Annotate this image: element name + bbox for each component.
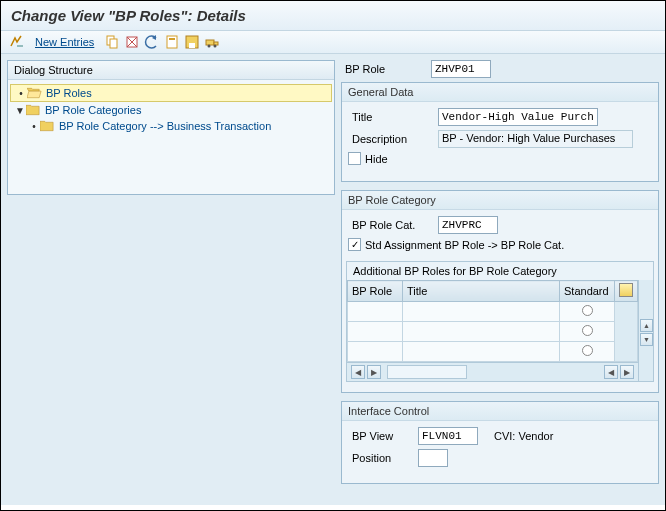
vertical-scrollbar: ▲ ▼: [638, 280, 653, 381]
svg-rect-8: [214, 42, 218, 45]
expand-icon[interactable]: ▼: [14, 105, 26, 116]
select-icon[interactable]: [164, 34, 180, 50]
hide-label: Hide: [365, 153, 388, 165]
bp-view-input[interactable]: [418, 427, 478, 445]
scroll-left-icon[interactable]: ◀: [351, 365, 365, 379]
toolbar: New Entries: [1, 31, 665, 54]
tree-item-bp-role-cat-trans[interactable]: • BP Role Category --> Business Transact…: [10, 118, 332, 134]
dialog-structure: Dialog Structure • BP Roles ▼ BP Role Ca…: [7, 60, 335, 195]
bp-role-input[interactable]: [431, 60, 491, 78]
dialog-header: Dialog Structure: [8, 61, 334, 80]
folder-open-icon: [27, 87, 42, 99]
standard-radio[interactable]: [582, 325, 593, 336]
svg-rect-4: [169, 38, 175, 40]
title-label: Title: [348, 111, 438, 123]
svg-point-10: [214, 45, 217, 48]
tree-label: BP Role Category --> Business Transactio…: [59, 120, 271, 132]
bullet-icon: •: [28, 121, 40, 132]
horizontal-scrollbar: ◀ ▶ ◀ ▶: [347, 362, 638, 381]
col-title[interactable]: Title: [403, 281, 560, 302]
title-bar: Change View "BP Roles": Details: [1, 1, 665, 31]
svg-rect-3: [167, 36, 177, 48]
svg-point-9: [208, 45, 211, 48]
table-row[interactable]: [348, 342, 638, 362]
bp-role-row: BP Role: [341, 60, 659, 78]
general-data-panel: General Data Title Description BP - Vend…: [341, 82, 659, 182]
std-assignment-label: Std Assignment BP Role -> BP Role Cat.: [365, 239, 564, 251]
bp-role-label: BP Role: [341, 63, 431, 75]
transport-icon[interactable]: [204, 34, 220, 50]
position-label: Position: [348, 452, 418, 464]
right-pane: BP Role General Data Title Description B…: [341, 54, 665, 505]
std-assignment-checkbox[interactable]: [348, 238, 361, 251]
description-value: BP - Vendor: High Value Purchases: [438, 130, 633, 148]
page-title: Change View "BP Roles": Details: [11, 7, 655, 24]
save-icon[interactable]: [184, 34, 200, 50]
new-entries-button[interactable]: New Entries: [35, 36, 94, 48]
scroll-down-icon[interactable]: ▼: [640, 333, 653, 346]
interface-control-panel: Interface Control BP View CVI: Vendor Po…: [341, 401, 659, 484]
scroll-right-icon[interactable]: ▶: [367, 365, 381, 379]
additional-roles-header: Additional BP Roles for BP Role Category: [347, 262, 653, 280]
standard-radio[interactable]: [582, 305, 593, 316]
tree-item-bp-roles[interactable]: • BP Roles: [10, 84, 332, 102]
col-bp-role[interactable]: BP Role: [348, 281, 403, 302]
hide-checkbox[interactable]: [348, 152, 361, 165]
col-config[interactable]: [615, 281, 638, 302]
scroll-up-icon[interactable]: ▲: [640, 319, 653, 332]
title-input[interactable]: [438, 108, 598, 126]
delete-icon[interactable]: [124, 34, 140, 50]
folder-icon: [40, 120, 55, 132]
bp-role-category-panel: BP Role Category BP Role Cat. Std Assign…: [341, 190, 659, 393]
bp-view-label: BP View: [348, 430, 418, 442]
scroll-right-icon[interactable]: ▶: [620, 365, 634, 379]
additional-roles-table: BP Role Title Standard: [347, 280, 638, 362]
svg-rect-1: [110, 39, 117, 48]
description-label: Description: [348, 133, 438, 145]
table-row[interactable]: [348, 322, 638, 342]
scroll-track[interactable]: [387, 365, 467, 379]
bp-role-category-header: BP Role Category: [342, 191, 658, 210]
scroll-left-icon[interactable]: ◀: [604, 365, 618, 379]
tree-label: BP Role Categories: [45, 104, 141, 116]
bp-view-text: CVI: Vendor: [494, 430, 553, 442]
col-standard[interactable]: Standard: [560, 281, 615, 302]
tree-label: BP Roles: [46, 87, 92, 99]
copy-icon[interactable]: [104, 34, 120, 50]
position-input[interactable]: [418, 449, 448, 467]
additional-roles-panel: Additional BP Roles for BP Role Category…: [346, 261, 654, 382]
tree-item-bp-role-categories[interactable]: ▼ BP Role Categories: [10, 102, 332, 118]
left-pane: Dialog Structure • BP Roles ▼ BP Role Ca…: [1, 54, 341, 505]
bullet-icon: •: [15, 88, 27, 99]
undo-icon[interactable]: [144, 34, 160, 50]
svg-rect-7: [206, 40, 214, 45]
content-area: Dialog Structure • BP Roles ▼ BP Role Ca…: [1, 54, 665, 505]
interface-control-header: Interface Control: [342, 402, 658, 421]
bp-role-cat-input[interactable]: [438, 216, 498, 234]
general-data-header: General Data: [342, 83, 658, 102]
svg-rect-6: [189, 43, 195, 48]
table-row[interactable]: [348, 302, 638, 322]
bp-role-cat-label: BP Role Cat.: [348, 219, 438, 231]
standard-radio[interactable]: [582, 345, 593, 356]
folder-icon: [26, 104, 41, 116]
table-settings-icon[interactable]: [619, 283, 633, 297]
tree: • BP Roles ▼ BP Role Categories • BP Rol…: [8, 80, 334, 194]
toggle-icon[interactable]: [9, 34, 25, 50]
